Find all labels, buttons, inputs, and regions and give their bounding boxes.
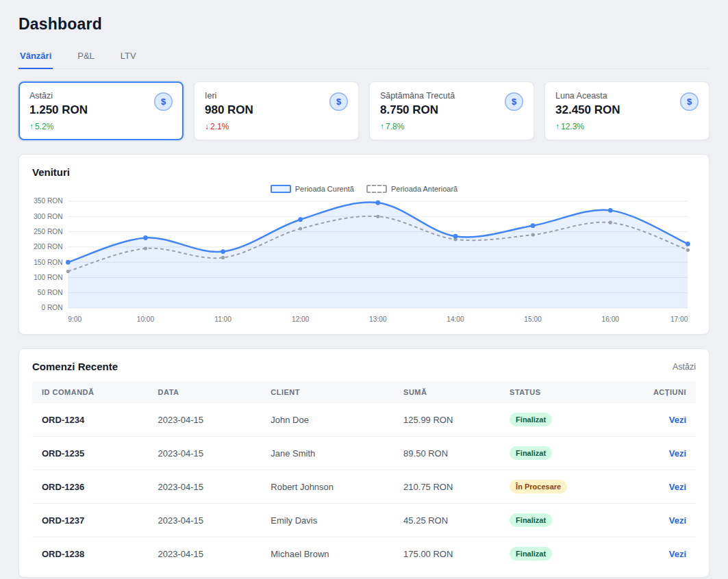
- stat-cards: Astăzi 1.250 RON ↑5.2% $ Ieri 980 RON ↓2…: [18, 81, 710, 140]
- view-order-link[interactable]: Vezi: [669, 448, 686, 459]
- stat-change-value: 2.1%: [210, 122, 229, 131]
- order-actions-cell: Vezi: [613, 470, 696, 504]
- svg-text:14:00: 14:00: [447, 316, 464, 323]
- stat-card-body: Săptămâna Trecută 8.750 RON ↑7.8%: [380, 91, 455, 131]
- order-id: ORD-1234: [32, 403, 149, 437]
- trend-arrow-icon: ↑: [555, 122, 560, 131]
- order-date: 2023-04-15: [149, 403, 262, 437]
- stat-label: Ieri: [205, 91, 253, 101]
- order-date: 2023-04-15: [149, 537, 262, 571]
- svg-text:250 RON: 250 RON: [34, 228, 62, 235]
- status-badge: Finalizat: [510, 513, 552, 527]
- svg-text:150 RON: 150 RON: [34, 259, 62, 266]
- svg-text:17:00: 17:00: [670, 316, 688, 323]
- order-amount: 89.50 RON: [394, 437, 500, 470]
- order-actions-cell: Vezi: [613, 504, 696, 537]
- order-status-cell: În Procesare: [500, 470, 613, 504]
- stat-card-body: Ieri 980 RON ↓2.1%: [205, 91, 253, 131]
- order-status-cell: Finalizat: [500, 537, 613, 571]
- chart-title: Venituri: [32, 166, 696, 178]
- order-amount: 45.25 RON: [394, 504, 500, 537]
- order-client: Robert Johnson: [261, 470, 394, 504]
- currency-icon: $: [329, 92, 348, 111]
- legend-item-current-period[interactable]: Perioada Curentă: [271, 185, 354, 193]
- svg-text:0 RON: 0 RON: [41, 304, 62, 311]
- stat-value: 1.250 RON: [29, 103, 88, 117]
- view-order-link[interactable]: Vezi: [669, 549, 686, 559]
- stat-change-value: 12.3%: [561, 122, 584, 131]
- svg-text:300 RON: 300 RON: [34, 213, 62, 220]
- stat-card-luna-aceasta[interactable]: Luna Aceasta 32.450 RON ↑12.3% $: [544, 81, 710, 140]
- table-header-row: ID COMANDĂ DATA CLIENT SUMĂ STATUS ACȚIU…: [32, 381, 696, 403]
- currency-icon: $: [154, 92, 173, 111]
- trend-arrow-icon: ↓: [205, 122, 209, 131]
- tab-vanzari[interactable]: Vânzări: [18, 44, 53, 69]
- orders-header: Comenzi Recente Astăzi: [32, 361, 696, 372]
- order-id: ORD-1235: [32, 437, 149, 470]
- chart-legend: Perioada Curentă Perioada Anterioară: [32, 185, 696, 193]
- order-status-cell: Finalizat: [500, 403, 613, 437]
- orders-filter-label: Astăzi: [673, 362, 696, 372]
- table-row: ORD-1236 2023-04-15 Robert Johnson 210.7…: [32, 470, 696, 504]
- svg-text:12:00: 12:00: [292, 316, 310, 323]
- stat-card-saptamana-trecuta[interactable]: Săptămâna Trecută 8.750 RON ↑7.8% $: [369, 81, 534, 140]
- revenue-chart-card: Venituri Perioada Curentă Perioada Anter…: [18, 154, 710, 335]
- legend-item-previous-period[interactable]: Perioada Anterioară: [366, 185, 457, 193]
- orders-title: Comenzi Recente: [32, 361, 118, 372]
- stat-card-body: Luna Aceasta 32.450 RON ↑12.3%: [555, 91, 620, 131]
- col-header-actions: ACȚIUNI: [613, 381, 696, 403]
- svg-text:13:00: 13:00: [369, 316, 387, 323]
- orders-table: ID COMANDĂ DATA CLIENT SUMĂ STATUS ACȚIU…: [32, 381, 696, 570]
- order-date: 2023-04-15: [149, 437, 262, 470]
- stat-change: ↑5.2%: [29, 122, 88, 131]
- col-header-date: DATA: [149, 381, 262, 403]
- svg-text:50 RON: 50 RON: [38, 289, 63, 296]
- tab-ltv[interactable]: LTV: [119, 44, 138, 69]
- order-date: 2023-04-15: [149, 470, 262, 504]
- recent-orders-card: Comenzi Recente Astăzi ID COMANDĂ DATA C…: [18, 348, 710, 578]
- tab-pnl[interactable]: P&L: [76, 44, 96, 69]
- table-row: ORD-1238 2023-04-15 Michael Brown 175.00…: [32, 537, 696, 571]
- stat-card-astazi[interactable]: Astăzi 1.250 RON ↑5.2% $: [18, 81, 184, 140]
- order-id: ORD-1236: [32, 470, 149, 504]
- order-status-cell: Finalizat: [500, 437, 613, 470]
- stat-label: Luna Aceasta: [555, 91, 620, 101]
- legend-swatch-dashed: [366, 185, 387, 193]
- stat-card-ieri[interactable]: Ieri 980 RON ↓2.1% $: [194, 81, 359, 140]
- currency-icon: $: [680, 92, 699, 111]
- stat-value: 32.450 RON: [555, 103, 620, 117]
- svg-text:15:00: 15:00: [524, 316, 542, 323]
- svg-text:9:00: 9:00: [68, 316, 81, 323]
- svg-text:100 RON: 100 RON: [34, 274, 62, 281]
- col-header-status: STATUS: [500, 381, 613, 403]
- order-amount: 125.99 RON: [394, 403, 500, 437]
- order-status-cell: Finalizat: [500, 504, 613, 537]
- order-client: Jane Smith: [261, 437, 394, 470]
- table-row: ORD-1235 2023-04-15 Jane Smith 89.50 RON…: [32, 437, 696, 470]
- trend-arrow-icon: ↑: [380, 122, 384, 131]
- view-order-link[interactable]: Vezi: [669, 515, 686, 526]
- stat-change: ↑12.3%: [555, 122, 620, 131]
- trend-arrow-icon: ↑: [29, 122, 34, 131]
- currency-icon: $: [505, 92, 523, 111]
- order-id: ORD-1237: [32, 504, 149, 537]
- stat-card-body: Astăzi 1.250 RON ↑5.2%: [29, 91, 88, 131]
- order-client: John Doe: [261, 403, 394, 437]
- stat-value: 980 RON: [205, 103, 253, 117]
- stat-change-value: 5.2%: [35, 122, 53, 131]
- stat-label: Astăzi: [29, 91, 88, 101]
- order-client: Michael Brown: [261, 537, 394, 571]
- stat-change: ↑7.8%: [380, 122, 455, 131]
- col-header-client: CLIENT: [261, 381, 394, 403]
- svg-text:200 RON: 200 RON: [34, 243, 62, 250]
- legend-label: Perioada Curentă: [295, 185, 354, 193]
- order-date: 2023-04-15: [149, 504, 262, 537]
- view-order-link[interactable]: Vezi: [669, 482, 686, 492]
- view-order-link[interactable]: Vezi: [669, 415, 686, 425]
- status-badge: În Procesare: [510, 480, 567, 493]
- svg-text:350 RON: 350 RON: [34, 197, 62, 205]
- legend-swatch-solid: [271, 185, 291, 193]
- table-row: ORD-1234 2023-04-15 John Doe 125.99 RON …: [32, 403, 696, 437]
- order-id: ORD-1238: [32, 537, 149, 571]
- stat-value: 8.750 RON: [380, 103, 455, 117]
